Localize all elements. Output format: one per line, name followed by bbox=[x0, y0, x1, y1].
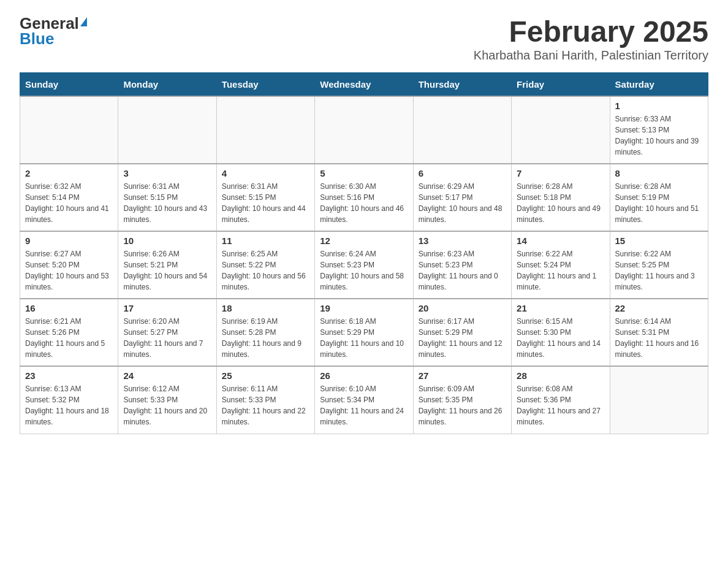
day-info: Sunrise: 6:08 AMSunset: 5:36 PMDaylight:… bbox=[517, 383, 604, 427]
calendar-day-cell: 2Sunrise: 6:32 AMSunset: 5:14 PMDaylight… bbox=[20, 164, 118, 231]
calendar-title-block: February 2025 Kharbatha Bani Harith, Pal… bbox=[474, 15, 708, 63]
day-info: Sunrise: 6:30 AMSunset: 5:16 PMDaylight:… bbox=[320, 181, 408, 225]
day-number: 7 bbox=[517, 168, 604, 178]
weekday-header-friday: Friday bbox=[512, 73, 610, 97]
weekday-header-row: SundayMondayTuesdayWednesdayThursdayFrid… bbox=[20, 73, 708, 97]
calendar-day-cell: 5Sunrise: 6:30 AMSunset: 5:16 PMDaylight… bbox=[315, 164, 413, 231]
day-number: 22 bbox=[615, 303, 703, 313]
day-number: 1 bbox=[615, 101, 703, 111]
calendar-day-cell: 22Sunrise: 6:14 AMSunset: 5:31 PMDayligh… bbox=[610, 299, 708, 366]
day-info: Sunrise: 6:28 AMSunset: 5:19 PMDaylight:… bbox=[615, 181, 703, 225]
calendar-day-cell: 14Sunrise: 6:22 AMSunset: 5:24 PMDayligh… bbox=[512, 231, 610, 299]
calendar-week-row: 2Sunrise: 6:32 AMSunset: 5:14 PMDaylight… bbox=[20, 164, 708, 231]
day-number: 21 bbox=[517, 303, 604, 313]
calendar-day-cell: 24Sunrise: 6:12 AMSunset: 5:33 PMDayligh… bbox=[118, 366, 216, 434]
day-info: Sunrise: 6:10 AMSunset: 5:34 PMDaylight:… bbox=[320, 383, 408, 427]
day-number: 24 bbox=[123, 370, 211, 381]
logo-triangle-icon bbox=[80, 17, 87, 26]
day-number: 20 bbox=[419, 303, 506, 313]
day-info: Sunrise: 6:18 AMSunset: 5:29 PMDaylight:… bbox=[320, 316, 408, 360]
calendar-day-cell: 10Sunrise: 6:26 AMSunset: 5:21 PMDayligh… bbox=[118, 231, 216, 299]
calendar-day-cell: 25Sunrise: 6:11 AMSunset: 5:33 PMDayligh… bbox=[216, 366, 314, 434]
calendar-week-row: 9Sunrise: 6:27 AMSunset: 5:20 PMDaylight… bbox=[20, 231, 708, 299]
day-info: Sunrise: 6:31 AMSunset: 5:15 PMDaylight:… bbox=[123, 181, 211, 225]
calendar-day-cell: 21Sunrise: 6:15 AMSunset: 5:30 PMDayligh… bbox=[512, 299, 610, 366]
day-number: 27 bbox=[419, 370, 506, 381]
day-number: 3 bbox=[123, 168, 211, 178]
day-info: Sunrise: 6:12 AMSunset: 5:33 PMDaylight:… bbox=[123, 383, 211, 427]
calendar-table: SundayMondayTuesdayWednesdayThursdayFrid… bbox=[20, 72, 708, 434]
calendar-day-cell: 20Sunrise: 6:17 AMSunset: 5:29 PMDayligh… bbox=[413, 299, 511, 366]
day-number: 13 bbox=[419, 236, 506, 246]
day-info: Sunrise: 6:09 AMSunset: 5:35 PMDaylight:… bbox=[419, 383, 506, 427]
day-number: 28 bbox=[517, 370, 604, 381]
day-number: 18 bbox=[222, 303, 309, 313]
day-info: Sunrise: 6:17 AMSunset: 5:29 PMDaylight:… bbox=[419, 316, 506, 360]
day-number: 10 bbox=[123, 236, 211, 246]
day-info: Sunrise: 6:22 AMSunset: 5:24 PMDaylight:… bbox=[517, 248, 604, 293]
day-number: 15 bbox=[615, 236, 703, 246]
calendar-day-cell: 12Sunrise: 6:24 AMSunset: 5:23 PMDayligh… bbox=[315, 231, 413, 299]
day-info: Sunrise: 6:32 AMSunset: 5:14 PMDaylight:… bbox=[25, 181, 113, 225]
calendar-day-cell: 23Sunrise: 6:13 AMSunset: 5:32 PMDayligh… bbox=[20, 366, 118, 434]
calendar-day-cell bbox=[315, 96, 413, 164]
day-info: Sunrise: 6:28 AMSunset: 5:18 PMDaylight:… bbox=[517, 181, 604, 225]
calendar-day-cell: 4Sunrise: 6:31 AMSunset: 5:15 PMDaylight… bbox=[216, 164, 314, 231]
page-header: General Blue February 2025 Kharbatha Ban… bbox=[20, 15, 708, 63]
day-number: 12 bbox=[320, 236, 408, 246]
day-number: 17 bbox=[123, 303, 211, 313]
calendar-day-cell: 3Sunrise: 6:31 AMSunset: 5:15 PMDaylight… bbox=[118, 164, 216, 231]
calendar-day-cell: 28Sunrise: 6:08 AMSunset: 5:36 PMDayligh… bbox=[512, 366, 610, 434]
day-info: Sunrise: 6:26 AMSunset: 5:21 PMDaylight:… bbox=[123, 248, 211, 293]
calendar-week-row: 16Sunrise: 6:21 AMSunset: 5:26 PMDayligh… bbox=[20, 299, 708, 366]
day-info: Sunrise: 6:11 AMSunset: 5:33 PMDaylight:… bbox=[222, 383, 309, 427]
day-number: 2 bbox=[25, 168, 113, 178]
calendar-day-cell bbox=[610, 366, 708, 434]
day-number: 5 bbox=[320, 168, 408, 178]
weekday-header-saturday: Saturday bbox=[610, 73, 708, 97]
day-number: 19 bbox=[320, 303, 408, 313]
calendar-day-cell: 9Sunrise: 6:27 AMSunset: 5:20 PMDaylight… bbox=[20, 231, 118, 299]
day-number: 6 bbox=[419, 168, 506, 178]
calendar-title: February 2025 bbox=[474, 15, 708, 48]
calendar-day-cell: 17Sunrise: 6:20 AMSunset: 5:27 PMDayligh… bbox=[118, 299, 216, 366]
day-info: Sunrise: 6:22 AMSunset: 5:25 PMDaylight:… bbox=[615, 248, 703, 293]
day-number: 16 bbox=[25, 303, 113, 313]
day-number: 23 bbox=[25, 370, 113, 381]
day-number: 4 bbox=[222, 168, 309, 178]
day-number: 25 bbox=[222, 370, 309, 381]
weekday-header-tuesday: Tuesday bbox=[216, 73, 314, 97]
logo-blue-text: Blue bbox=[20, 30, 54, 48]
day-info: Sunrise: 6:15 AMSunset: 5:30 PMDaylight:… bbox=[517, 316, 604, 360]
day-info: Sunrise: 6:24 AMSunset: 5:23 PMDaylight:… bbox=[320, 248, 408, 293]
weekday-header-thursday: Thursday bbox=[413, 73, 511, 97]
calendar-day-cell: 1Sunrise: 6:33 AMSunset: 5:13 PMDaylight… bbox=[610, 96, 708, 164]
day-info: Sunrise: 6:25 AMSunset: 5:22 PMDaylight:… bbox=[222, 248, 309, 293]
day-info: Sunrise: 6:14 AMSunset: 5:31 PMDaylight:… bbox=[615, 316, 703, 360]
calendar-day-cell bbox=[20, 96, 118, 164]
day-info: Sunrise: 6:33 AMSunset: 5:13 PMDaylight:… bbox=[615, 113, 703, 158]
calendar-day-cell bbox=[216, 96, 314, 164]
calendar-day-cell: 15Sunrise: 6:22 AMSunset: 5:25 PMDayligh… bbox=[610, 231, 708, 299]
day-number: 8 bbox=[615, 168, 703, 178]
calendar-day-cell: 6Sunrise: 6:29 AMSunset: 5:17 PMDaylight… bbox=[413, 164, 511, 231]
calendar-day-cell: 26Sunrise: 6:10 AMSunset: 5:34 PMDayligh… bbox=[315, 366, 413, 434]
calendar-day-cell: 18Sunrise: 6:19 AMSunset: 5:28 PMDayligh… bbox=[216, 299, 314, 366]
day-number: 26 bbox=[320, 370, 408, 381]
day-number: 9 bbox=[25, 236, 113, 246]
weekday-header-monday: Monday bbox=[118, 73, 216, 97]
day-info: Sunrise: 6:29 AMSunset: 5:17 PMDaylight:… bbox=[419, 181, 506, 225]
calendar-day-cell: 16Sunrise: 6:21 AMSunset: 5:26 PMDayligh… bbox=[20, 299, 118, 366]
day-info: Sunrise: 6:21 AMSunset: 5:26 PMDaylight:… bbox=[25, 316, 113, 360]
day-info: Sunrise: 6:19 AMSunset: 5:28 PMDaylight:… bbox=[222, 316, 309, 360]
day-info: Sunrise: 6:31 AMSunset: 5:15 PMDaylight:… bbox=[222, 181, 309, 225]
day-number: 14 bbox=[517, 236, 604, 246]
day-info: Sunrise: 6:23 AMSunset: 5:23 PMDaylight:… bbox=[419, 248, 506, 293]
calendar-day-cell bbox=[413, 96, 511, 164]
calendar-week-row: 23Sunrise: 6:13 AMSunset: 5:32 PMDayligh… bbox=[20, 366, 708, 434]
calendar-day-cell: 11Sunrise: 6:25 AMSunset: 5:22 PMDayligh… bbox=[216, 231, 314, 299]
weekday-header-wednesday: Wednesday bbox=[315, 73, 413, 97]
calendar-day-cell: 27Sunrise: 6:09 AMSunset: 5:35 PMDayligh… bbox=[413, 366, 511, 434]
calendar-day-cell bbox=[118, 96, 216, 164]
calendar-week-row: 1Sunrise: 6:33 AMSunset: 5:13 PMDaylight… bbox=[20, 96, 708, 164]
